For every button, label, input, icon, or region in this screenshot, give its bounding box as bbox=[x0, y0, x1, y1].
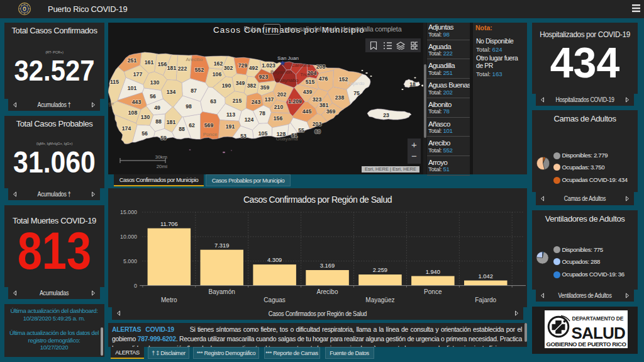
svg-text:Guayama: Guayama bbox=[276, 136, 298, 142]
svg-text:359: 359 bbox=[260, 84, 270, 91]
svg-text:156: 156 bbox=[158, 61, 167, 67]
svg-text:251: 251 bbox=[128, 57, 137, 64]
svg-text:381: 381 bbox=[319, 102, 329, 108]
svg-text:113: 113 bbox=[226, 111, 235, 118]
svg-text:49: 49 bbox=[154, 105, 160, 111]
svg-text:Mayagüez: Mayagüez bbox=[365, 297, 394, 303]
svg-text:Fajardo: Fajardo bbox=[347, 81, 365, 86]
svg-text:152: 152 bbox=[339, 76, 348, 82]
svg-text:1.209: 1.209 bbox=[288, 98, 302, 105]
svg-text:101: 101 bbox=[128, 85, 137, 91]
svg-text:59: 59 bbox=[160, 135, 167, 141]
svg-text:202: 202 bbox=[277, 91, 287, 98]
svg-text:174: 174 bbox=[122, 125, 131, 132]
svg-text:515: 515 bbox=[306, 79, 315, 85]
svg-text:Metro: Metro bbox=[161, 297, 177, 303]
svg-text:106: 106 bbox=[213, 71, 222, 77]
svg-text:302: 302 bbox=[224, 65, 233, 71]
svg-text:161: 161 bbox=[145, 59, 154, 65]
svg-text:Arecibo: Arecibo bbox=[186, 57, 203, 62]
svg-text:4.309: 4.309 bbox=[267, 257, 282, 263]
svg-text:Fajardo: Fajardo bbox=[475, 297, 496, 303]
svg-text:78: 78 bbox=[259, 110, 265, 116]
svg-text:10.000: 10.000 bbox=[120, 234, 137, 240]
svg-text:75: 75 bbox=[353, 90, 360, 96]
svg-text:23: 23 bbox=[383, 112, 389, 118]
svg-text:238: 238 bbox=[335, 94, 345, 101]
svg-text:181: 181 bbox=[167, 65, 177, 71]
svg-text:18: 18 bbox=[409, 81, 416, 88]
svg-text:53: 53 bbox=[240, 133, 247, 139]
svg-text:190: 190 bbox=[222, 82, 231, 89]
svg-text:88: 88 bbox=[179, 126, 185, 132]
svg-text:130: 130 bbox=[141, 114, 150, 120]
svg-text:134: 134 bbox=[167, 89, 176, 95]
svg-text:210: 210 bbox=[274, 104, 284, 110]
svg-text:Carolina: Carolina bbox=[291, 62, 310, 68]
svg-text:443: 443 bbox=[132, 99, 142, 105]
svg-text:60: 60 bbox=[314, 128, 321, 135]
svg-text:208: 208 bbox=[316, 64, 326, 70]
svg-text:San Juan: San Juan bbox=[277, 55, 299, 61]
svg-text:SALUD: SALUD bbox=[572, 324, 626, 342]
svg-text:Ponce: Ponce bbox=[203, 132, 218, 137]
svg-text:11.706: 11.706 bbox=[160, 221, 178, 227]
svg-text:Arecibo: Arecibo bbox=[317, 288, 338, 295]
svg-text:191: 191 bbox=[226, 123, 235, 130]
svg-text:88: 88 bbox=[155, 118, 162, 125]
svg-text:177: 177 bbox=[133, 71, 143, 77]
svg-text:2.259: 2.259 bbox=[373, 267, 387, 273]
svg-text:476: 476 bbox=[319, 76, 328, 82]
svg-text:Trujillo: Trujillo bbox=[300, 72, 315, 77]
svg-text:243: 243 bbox=[252, 99, 261, 105]
svg-text:369: 369 bbox=[326, 108, 336, 115]
svg-text:98: 98 bbox=[186, 103, 192, 110]
svg-text:349: 349 bbox=[236, 80, 245, 86]
svg-text:3.169: 3.169 bbox=[320, 263, 335, 269]
svg-text:105: 105 bbox=[258, 130, 268, 137]
svg-text:162: 162 bbox=[214, 60, 223, 67]
svg-text:115: 115 bbox=[110, 79, 119, 85]
svg-text:62: 62 bbox=[189, 122, 195, 128]
svg-text:DEPARTAMENTO DE: DEPARTAMENTO DE bbox=[572, 315, 624, 322]
svg-text:7.319: 7.319 bbox=[214, 242, 229, 249]
svg-text:124: 124 bbox=[245, 116, 254, 123]
svg-text:20mi: 20mi bbox=[157, 164, 168, 169]
svg-text:439: 439 bbox=[303, 89, 313, 95]
svg-text:156: 156 bbox=[274, 115, 283, 122]
svg-text:Bayamón: Bayamón bbox=[209, 288, 235, 295]
svg-text:181: 181 bbox=[167, 119, 176, 125]
svg-text:ge: ge bbox=[109, 101, 114, 106]
svg-text:382: 382 bbox=[247, 82, 257, 89]
svg-text:Bayamón: Bayamón bbox=[270, 69, 292, 75]
svg-text:222: 222 bbox=[178, 65, 187, 72]
svg-text:492: 492 bbox=[249, 65, 258, 71]
svg-text:130: 130 bbox=[150, 79, 160, 86]
svg-text:63: 63 bbox=[210, 98, 216, 105]
svg-text:Ponce: Ponce bbox=[424, 288, 442, 295]
svg-text:56: 56 bbox=[150, 93, 156, 99]
svg-text:0: 0 bbox=[134, 283, 137, 289]
svg-text:56: 56 bbox=[142, 130, 148, 137]
svg-text:203: 203 bbox=[313, 121, 322, 127]
svg-text:Caguas: Caguas bbox=[264, 297, 285, 303]
svg-text:1.042: 1.042 bbox=[479, 273, 493, 280]
svg-text:137: 137 bbox=[265, 96, 274, 103]
svg-text:1.023: 1.023 bbox=[262, 62, 275, 69]
svg-text:108: 108 bbox=[128, 110, 138, 116]
svg-text:923: 923 bbox=[259, 74, 269, 80]
svg-text:445: 445 bbox=[303, 108, 312, 115]
svg-text:215: 215 bbox=[233, 98, 242, 104]
svg-text:5.000: 5.000 bbox=[123, 258, 137, 264]
svg-text:1.940: 1.940 bbox=[426, 269, 440, 275]
svg-text:15.000: 15.000 bbox=[120, 209, 137, 215]
svg-text:569: 569 bbox=[204, 122, 214, 128]
svg-text:552: 552 bbox=[195, 67, 204, 73]
svg-text:729: 729 bbox=[238, 62, 248, 69]
svg-text:GOBIERNO DE PUERTO RICO: GOBIERNO DE PUERTO RICO bbox=[547, 341, 627, 348]
svg-text:87: 87 bbox=[191, 88, 197, 94]
svg-text:55: 55 bbox=[298, 127, 304, 133]
svg-text:Guaynabo: Guaynabo bbox=[275, 77, 299, 83]
